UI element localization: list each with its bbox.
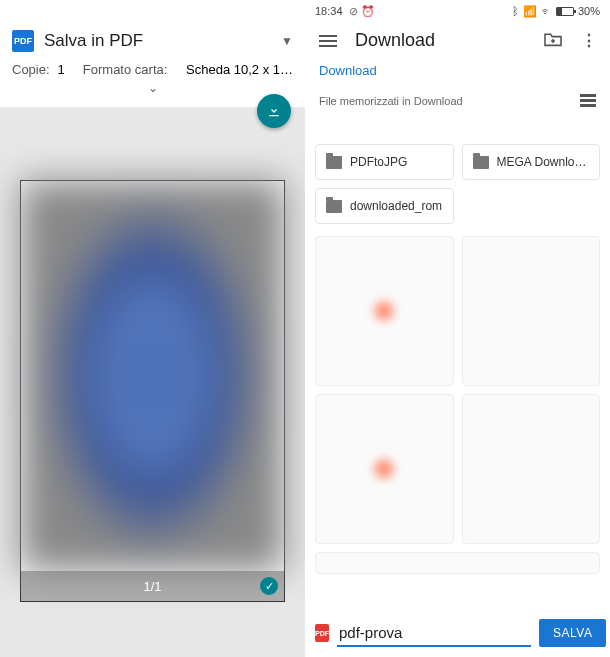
preview-image <box>20 180 285 572</box>
preview-footer: 1/1 ✓ <box>21 571 284 601</box>
file-item[interactable] <box>315 552 600 574</box>
save-pdf-fab[interactable] <box>257 94 291 128</box>
paper-format-label: Formato carta: <box>83 62 168 77</box>
folder-item[interactable]: PDFtoJPG <box>315 144 454 180</box>
page-preview[interactable]: 1/1 ✓ <box>20 180 285 602</box>
more-options-button[interactable]: ⋮ <box>581 31 596 50</box>
folder-item[interactable]: MEGA Downloa… <box>462 144 601 180</box>
folder-icon <box>326 156 342 169</box>
section-label: File memorizzati in Download <box>319 95 463 107</box>
file-item[interactable] <box>462 236 601 386</box>
bluetooth-icon: ᛒ <box>512 5 519 17</box>
copies-label: Copie: <box>12 62 50 77</box>
page-indicator: 1/1 <box>143 579 161 594</box>
folder-label: downloaded_rom <box>350 199 442 213</box>
paper-format-value[interactable]: Scheda 10,2 x 1… <box>175 62 293 77</box>
print-preview-screen: PDF Salva in PDF ▼ Copie: 1 Formato cart… <box>0 0 305 657</box>
print-header: PDF Salva in PDF ▼ Copie: 1 Formato cart… <box>0 22 305 107</box>
destination-selector[interactable]: PDF Salva in PDF ▼ <box>12 30 293 52</box>
app-bar-title: Download <box>355 30 525 51</box>
menu-icon[interactable] <box>319 35 337 47</box>
battery-percent: 30% <box>578 5 600 17</box>
pdf-badge-icon: PDF <box>315 624 329 642</box>
folder-item[interactable]: downloaded_rom <box>315 188 454 224</box>
file-picker-screen: 18:34 ⊘ ⏰ ᛒ 📶 ᯤ 30% Download ⋮ Download … <box>305 0 610 657</box>
destination-title: Salva in PDF <box>44 31 271 51</box>
new-folder-button[interactable] <box>543 31 563 51</box>
file-item[interactable] <box>315 236 454 386</box>
page-selected-icon[interactable]: ✓ <box>260 577 278 595</box>
copies-value[interactable]: 1 <box>58 62 65 77</box>
breadcrumb[interactable]: Download <box>305 59 610 88</box>
dnd-icon: ⊘ <box>349 5 358 18</box>
battery-icon <box>556 7 574 16</box>
list-view-toggle[interactable] <box>580 94 596 107</box>
file-item[interactable] <box>315 394 454 544</box>
folder-label: PDFtoJPG <box>350 155 407 169</box>
section-header: File memorizzati in Download <box>305 88 610 113</box>
filename-input[interactable] <box>337 620 531 647</box>
status-time: 18:34 <box>315 5 343 17</box>
alarm-icon: ⏰ <box>361 5 375 18</box>
status-bar <box>0 0 305 22</box>
signal-icon: 📶 <box>523 5 537 18</box>
folder-icon <box>473 156 489 169</box>
download-pdf-icon <box>266 103 282 119</box>
status-notification-icons: ⊘ ⏰ <box>349 5 375 18</box>
folder-icon <box>326 200 342 213</box>
app-bar: Download ⋮ <box>305 20 610 59</box>
save-button[interactable]: SALVA <box>539 619 606 647</box>
chevron-down-icon: ▼ <box>281 34 293 48</box>
file-item[interactable] <box>462 394 601 544</box>
expand-options-button[interactable]: ⌄ <box>12 77 293 99</box>
folder-label: MEGA Downloa… <box>497 155 590 169</box>
file-list[interactable]: PDFtoJPG MEGA Downloa… downloaded_rom <box>305 140 610 607</box>
wifi-icon: ᯤ <box>541 5 552 17</box>
pdf-icon: PDF <box>12 30 34 52</box>
status-bar: 18:34 ⊘ ⏰ ᛒ 📶 ᯤ 30% <box>305 0 610 20</box>
save-bar: PDF SALVA <box>315 613 600 647</box>
